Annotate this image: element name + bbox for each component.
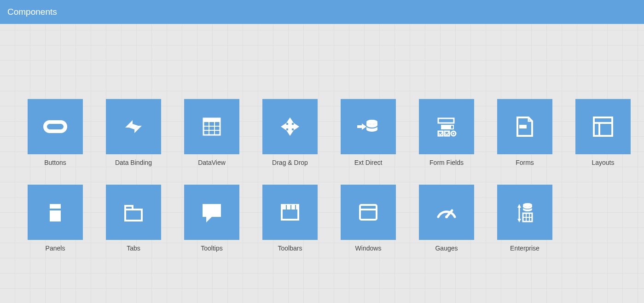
- drag-drop-icon: [275, 112, 305, 141]
- tile-card: [575, 99, 631, 154]
- tile-label: Windows: [329, 245, 407, 252]
- svg-marker-36: [206, 216, 213, 222]
- svg-rect-35: [203, 204, 221, 217]
- tile-label: Tabs: [94, 245, 173, 252]
- toolbars-icon: [275, 198, 305, 227]
- tile-label: Data Binding: [94, 159, 173, 166]
- tile-form-fields[interactable]: Form Fields: [407, 99, 486, 166]
- dataview-icon: [197, 112, 226, 141]
- tile-label: Layouts: [564, 159, 642, 166]
- tile-card: [28, 185, 83, 240]
- tile-label: Buttons: [16, 159, 94, 166]
- tile-card: [419, 185, 474, 240]
- svg-rect-32: [50, 204, 61, 209]
- tile-enterprise[interactable]: Enterprise: [486, 185, 564, 252]
- layouts-icon: [588, 112, 618, 141]
- form-fields-icon: [432, 112, 461, 141]
- tile-layouts[interactable]: Layouts: [564, 99, 642, 166]
- tile-tooltips[interactable]: Tooltips: [173, 185, 251, 252]
- tooltips-icon: [197, 198, 226, 227]
- tile-label: Form Fields: [407, 159, 486, 166]
- panels-icon: [41, 198, 70, 227]
- svg-point-27: [453, 133, 454, 134]
- tabs-icon: [119, 198, 148, 227]
- svg-marker-55: [517, 219, 521, 222]
- svg-rect-0: [45, 122, 65, 131]
- svg-rect-21: [438, 118, 454, 123]
- tile-card: [497, 99, 552, 154]
- svg-marker-54: [517, 204, 521, 208]
- svg-rect-15: [284, 125, 296, 128]
- data-binding-icon: [119, 112, 148, 141]
- tile-panels[interactable]: Panels: [16, 185, 94, 252]
- tile-label: Toolbars: [251, 245, 329, 252]
- tile-card: [184, 99, 239, 154]
- tile-label: Panels: [16, 245, 94, 252]
- tile-data-binding[interactable]: Data Binding: [94, 99, 173, 166]
- tile-card: [28, 99, 83, 154]
- tile-dataview[interactable]: DataView: [173, 99, 251, 166]
- tile-card: [341, 99, 396, 154]
- tile-toolbars[interactable]: Toolbars: [251, 185, 329, 252]
- tile-gauges[interactable]: Gauges: [407, 185, 486, 252]
- tile-drag-drop[interactable]: Drag & Drop: [251, 99, 329, 166]
- svg-rect-33: [50, 210, 61, 221]
- svg-rect-34: [125, 210, 142, 221]
- tile-label: Ext Direct: [329, 159, 407, 166]
- tile-tabs[interactable]: Tabs: [94, 185, 173, 252]
- tile-card: [184, 185, 239, 240]
- tile-label: Gauges: [407, 245, 486, 252]
- components-grid: Buttons Data Binding: [0, 24, 644, 270]
- forms-icon: [510, 112, 540, 141]
- tile-card: [341, 185, 396, 240]
- tile-label: Drag & Drop: [251, 159, 329, 166]
- svg-point-48: [523, 203, 532, 207]
- tile-card: [419, 99, 474, 154]
- header-bar: Components: [0, 0, 644, 24]
- svg-rect-28: [519, 125, 527, 128]
- svg-rect-23: [451, 126, 453, 128]
- enterprise-icon: [510, 198, 540, 227]
- ext-direct-icon: [354, 112, 383, 141]
- tile-label: DataView: [173, 159, 251, 166]
- tile-label: Forms: [486, 159, 564, 166]
- windows-icon: [354, 198, 383, 227]
- svg-point-45: [445, 216, 448, 218]
- tile-label: Tooltips: [173, 245, 251, 252]
- gauges-icon: [432, 198, 461, 227]
- svg-rect-29: [594, 117, 612, 136]
- tile-card: [106, 185, 161, 240]
- svg-point-18: [366, 120, 377, 124]
- svg-rect-5: [203, 118, 220, 122]
- tile-card: [262, 185, 318, 240]
- tile-ext-direct[interactable]: Ext Direct: [329, 99, 407, 166]
- tile-card: [262, 99, 318, 154]
- tile-card: [497, 185, 552, 240]
- svg-marker-20: [362, 123, 366, 130]
- svg-rect-42: [360, 205, 377, 220]
- tile-label: Enterprise: [486, 245, 564, 252]
- tile-forms[interactable]: Forms: [486, 99, 564, 166]
- buttons-icon: [41, 112, 70, 141]
- header-title: Components: [7, 7, 57, 17]
- tile-buttons[interactable]: Buttons: [16, 99, 94, 166]
- tile-windows[interactable]: Windows: [329, 185, 407, 252]
- tile-card: [106, 99, 161, 154]
